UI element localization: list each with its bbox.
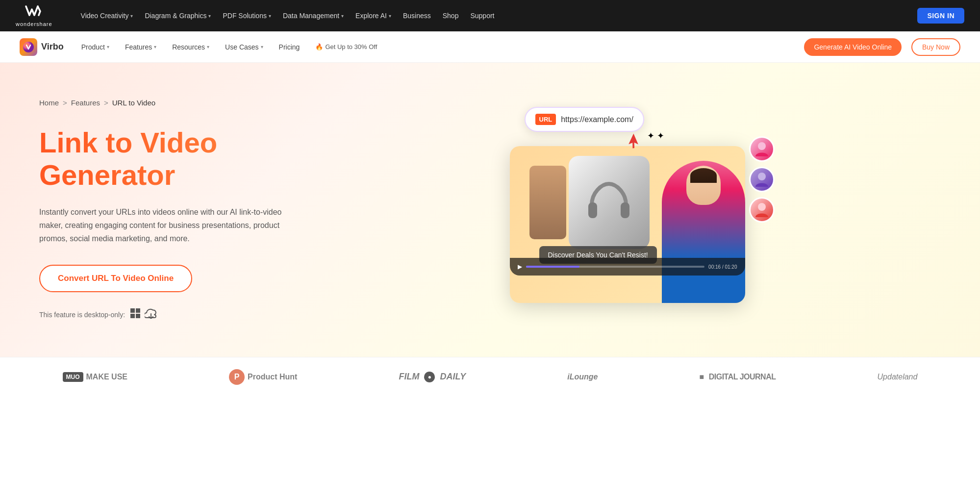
hero-section: Home > Features > URL to Video Link to V…	[0, 63, 980, 357]
nav-pdf-solutions[interactable]: PDF Solutions ▾	[218, 9, 276, 23]
top-nav-links: Video Creativity ▾ Diagram & Graphics ▾ …	[76, 9, 902, 23]
svg-point-0	[23, 42, 34, 52]
filmdaily-logo: FILM ● DAILY	[399, 372, 466, 382]
virbo-logo-icon	[20, 38, 37, 56]
avatar-2	[749, 167, 775, 192]
svg-rect-1	[130, 308, 135, 313]
chevron-down-icon: ▾	[208, 13, 211, 19]
sparkles-icon: ✦ ✦	[647, 130, 664, 141]
updateland-logo: Updateland	[878, 373, 918, 381]
digitaljournal-logo: ■ DIGITAL JOURNAL	[700, 373, 776, 381]
chevron-down-icon: ▾	[207, 44, 209, 50]
nav-explore-ai[interactable]: Explore AI ▾	[351, 9, 396, 23]
breadcrumb-separator-2: >	[104, 99, 108, 107]
svg-rect-7	[621, 202, 629, 218]
product-menu-product[interactable]: Product ▾	[75, 40, 115, 54]
product-menu-use-cases[interactable]: Use Cases ▾	[219, 40, 269, 54]
virbo-brand[interactable]: Virbo	[20, 38, 64, 56]
nav-shop[interactable]: Shop	[438, 9, 464, 23]
avatar-1	[749, 136, 775, 162]
chevron-down-icon: ▾	[261, 44, 263, 50]
video-preview-card	[510, 146, 745, 303]
time-display: 00:16 / 01:20	[708, 264, 737, 270]
platform-icons	[130, 308, 157, 321]
chevron-down-icon: ▾	[154, 44, 156, 50]
play-icon: ▶	[518, 263, 522, 270]
svg-point-8	[758, 142, 766, 150]
desktop-note: This feature is desktop-only:	[39, 308, 333, 321]
url-value: https://example.com/	[561, 115, 633, 124]
chevron-down-icon: ▾	[269, 13, 271, 19]
svg-rect-4	[136, 314, 140, 318]
ph-badge: P	[229, 369, 245, 385]
sign-in-button[interactable]: SIGN IN	[917, 8, 964, 24]
chevron-down-icon: ▾	[130, 13, 133, 19]
svg-point-10	[758, 203, 766, 211]
video-progress-bar: ▶ 00:16 / 01:20	[510, 258, 745, 276]
product-menu-resources[interactable]: Resources ▾	[166, 40, 215, 54]
media-logos-bar: MUO MAKE USE P Product Hunt FILM ● DAILY…	[0, 357, 980, 396]
convert-url-button[interactable]: Convert URL To Video Online	[39, 265, 192, 292]
wondershare-wordmark: wondershare	[16, 21, 52, 27]
svg-rect-2	[136, 308, 140, 313]
breadcrumb-separator: >	[63, 99, 67, 107]
nav-support[interactable]: Support	[465, 9, 499, 23]
breadcrumb-features[interactable]: Features	[71, 99, 100, 107]
chevron-down-icon: ▾	[107, 44, 109, 50]
muo-badge: MUO	[63, 372, 83, 382]
breadcrumb: Home > Features > URL to Video	[39, 99, 333, 107]
side-avatars	[749, 136, 775, 223]
avatar-presenter	[662, 146, 745, 303]
svg-point-9	[758, 173, 766, 180]
virbo-name: Virbo	[41, 42, 64, 52]
chevron-down-icon: ▾	[341, 13, 344, 19]
fire-icon: 🔥	[315, 43, 323, 50]
progress-fill	[526, 266, 579, 268]
hero-illustration-area: URL https://example.com/ ✦ ✦	[333, 87, 941, 332]
top-navigation: wondershare Video Creativity ▾ Diagram &…	[0, 0, 980, 31]
breadcrumb-home[interactable]: Home	[39, 99, 59, 107]
svg-rect-6	[588, 202, 597, 218]
producthunt-logo: P Product Hunt	[229, 369, 297, 385]
nav-diagram-graphics[interactable]: Diagram & Graphics ▾	[140, 9, 216, 23]
cloud-download-icon	[145, 308, 157, 321]
hero-subtitle: Instantly convert your URLs into videos …	[39, 205, 294, 246]
wondershare-logo[interactable]: wondershare	[16, 4, 52, 27]
generate-ai-video-button[interactable]: Generate AI Video Online	[804, 38, 902, 56]
hero-illustration: URL https://example.com/ ✦ ✦	[495, 97, 779, 323]
product-bottle	[529, 166, 566, 239]
hero-title: Link to Video Generator	[39, 126, 333, 192]
url-label: URL	[535, 114, 556, 125]
nav-video-creativity[interactable]: Video Creativity ▾	[76, 9, 138, 23]
promo-text: Get Up to 30% Off	[325, 43, 377, 50]
windows-icon	[130, 308, 141, 321]
desktop-note-text: This feature is desktop-only:	[39, 311, 125, 319]
buy-now-button[interactable]: Buy Now	[911, 38, 960, 56]
url-badge: URL https://example.com/	[525, 107, 644, 132]
nav-data-management[interactable]: Data Management ▾	[278, 9, 349, 23]
headphone-image	[569, 156, 650, 249]
svg-rect-3	[130, 314, 135, 318]
hero-content-left: Home > Features > URL to Video Link to V…	[39, 99, 333, 322]
avatar-3	[749, 197, 775, 223]
ilounge-logo: iLounge	[567, 373, 598, 381]
chevron-down-icon: ▾	[389, 13, 391, 19]
progress-track	[526, 266, 705, 268]
product-menu-pricing[interactable]: Pricing	[273, 40, 306, 54]
makeuse-logo: MUO MAKE USE	[63, 372, 127, 382]
nav-business[interactable]: Business	[398, 9, 436, 23]
product-navigation: Virbo Product ▾ Features ▾ Resources ▾ U…	[0, 31, 980, 63]
film-circle-icon: ●	[424, 372, 435, 382]
product-menu-features[interactable]: Features ▾	[119, 40, 162, 54]
breadcrumb-current: URL to Video	[112, 99, 155, 107]
promo-badge: 🔥 Get Up to 30% Off	[311, 40, 381, 53]
